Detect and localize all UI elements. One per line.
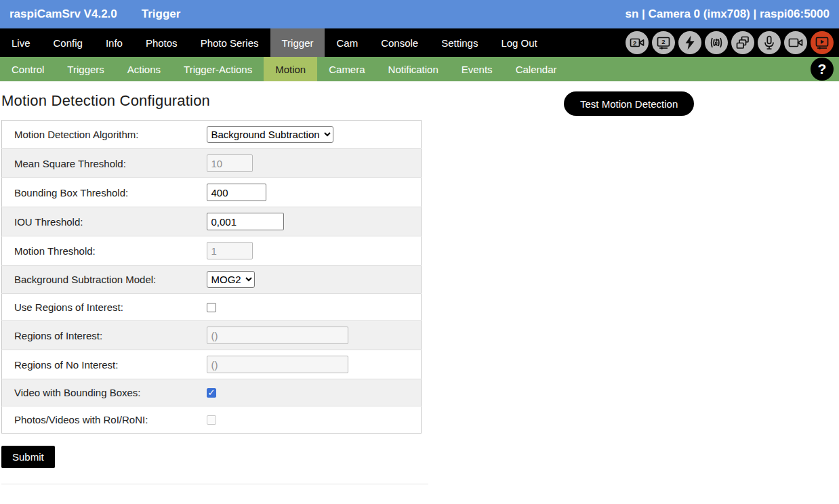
- main-nav-item-photo-series[interactable]: Photo Series: [189, 28, 270, 57]
- checkbox-video-with-bounding-boxes[interactable]: [207, 388, 216, 398]
- main-nav-item-cam[interactable]: Cam: [325, 28, 369, 57]
- form-row-motion-detection-algorithm: Motion Detection Algorithm:Background Su…: [2, 121, 422, 149]
- field-label-bounding-box-threshold: Bounding Box Threshold:: [2, 178, 207, 207]
- form-row-iou-threshold: IOU Threshold:: [2, 207, 422, 236]
- main-nav-item-settings[interactable]: Settings: [430, 28, 489, 57]
- main-nav-item-photos[interactable]: Photos: [134, 28, 189, 57]
- microphone-icon[interactable]: [758, 31, 781, 54]
- sub-nav-item-trigger-actions[interactable]: Trigger-Actions: [172, 57, 264, 81]
- sub-nav-spacer: [569, 57, 811, 81]
- video-camera-2-icon[interactable]: 2: [626, 31, 649, 54]
- test-motion-detection-button[interactable]: Test Motion Detection: [564, 91, 694, 116]
- app-header: raspiCamSrv V4.2.0 Trigger sn | Camera 0…: [0, 0, 839, 28]
- sub-nav-item-calendar[interactable]: Calendar: [504, 57, 569, 81]
- select-background-subtraction-model[interactable]: MOG2: [207, 271, 255, 288]
- sub-nav-item-camera[interactable]: Camera: [317, 57, 376, 81]
- sub-nav: ControlTriggersActionsTrigger-ActionsMot…: [0, 57, 839, 81]
- video-camera-icon[interactable]: [784, 31, 807, 54]
- field-label-motion-threshold: Motion Threshold:: [2, 236, 207, 266]
- main-nav-spacer: [549, 28, 626, 57]
- page-heading: Motion Detection Configuration: [1, 92, 839, 110]
- field-label-photosvideos-with-roironi: Photos/Videos with RoI/RoNI:: [2, 406, 207, 434]
- app-title: raspiCamSrv V4.2.0: [9, 7, 117, 21]
- field-label-mean-square-threshold: Mean Square Threshold:: [2, 149, 207, 178]
- main-nav-item-trigger[interactable]: Trigger: [270, 28, 325, 57]
- bottom-divider: [1, 484, 428, 484]
- sub-nav-item-notification[interactable]: Notification: [377, 57, 450, 81]
- lightning-bolt-icon[interactable]: [678, 31, 701, 54]
- nav-icons: 22: [626, 28, 839, 57]
- main-nav-item-info[interactable]: Info: [94, 28, 134, 57]
- svg-text:2: 2: [661, 38, 665, 45]
- sub-nav-item-events[interactable]: Events: [450, 57, 504, 81]
- form-row-regions-of-interest: Regions of Interest:: [2, 321, 422, 350]
- form-row-video-with-bounding-boxes: Video with Bounding Boxes:: [2, 379, 422, 406]
- input-iou-threshold[interactable]: [207, 213, 284, 230]
- form-row-mean-square-threshold: Mean Square Threshold:: [2, 149, 422, 178]
- field-label-regions-of-no-interest: Regions of No Interest:: [2, 350, 207, 379]
- sub-nav-items: ControlTriggersActionsTrigger-ActionsMot…: [0, 57, 569, 81]
- field-label-use-regions-of-interest: Use Regions of Interest:: [2, 294, 207, 321]
- form-row-motion-threshold: Motion Threshold:: [2, 236, 422, 266]
- motion-sensor-icon[interactable]: [705, 31, 728, 54]
- help-icon[interactable]: ?: [811, 58, 834, 81]
- main-nav-items: LiveConfigInfoPhotosPhoto SeriesTriggerC…: [0, 28, 549, 57]
- main-nav: LiveConfigInfoPhotosPhoto SeriesTriggerC…: [0, 28, 839, 57]
- content-area: Motion Detection Configuration Test Moti…: [0, 81, 839, 484]
- input-motion-threshold: [207, 242, 253, 259]
- field-label-motion-detection-algorithm: Motion Detection Algorithm:: [2, 121, 207, 149]
- display-2-icon[interactable]: 2: [652, 31, 675, 54]
- form-row-photosvideos-with-roironi: Photos/Videos with RoI/RoNI:: [2, 406, 422, 434]
- input-regions-of-interest: [207, 327, 348, 344]
- field-label-background-subtraction-model: Background Subtraction Model:: [2, 266, 207, 294]
- checkbox-use-regions-of-interest[interactable]: [207, 303, 216, 312]
- checkbox-photosvideos-with-roironi: [207, 415, 216, 425]
- input-mean-square-threshold: [207, 154, 253, 172]
- motion-config-form: Motion Detection Algorithm:Background Su…: [1, 120, 422, 434]
- sub-nav-item-actions[interactable]: Actions: [116, 57, 172, 81]
- header-page-title: Trigger: [142, 7, 181, 21]
- svg-text:2: 2: [633, 39, 636, 47]
- input-regions-of-no-interest: [207, 356, 348, 373]
- main-nav-item-log-out[interactable]: Log Out: [489, 28, 548, 57]
- video-player-icon[interactable]: [811, 31, 834, 54]
- main-nav-item-console[interactable]: Console: [369, 28, 430, 57]
- form-row-bounding-box-threshold: Bounding Box Threshold:: [2, 178, 422, 207]
- form-row-background-subtraction-model: Background Subtraction Model:MOG2: [2, 266, 422, 294]
- main-nav-item-live[interactable]: Live: [0, 28, 42, 57]
- form-row-use-regions-of-interest: Use Regions of Interest:: [2, 294, 422, 321]
- select-motion-detection-algorithm[interactable]: Background Subtraction: [207, 126, 333, 143]
- photo-stack-icon[interactable]: [731, 31, 754, 54]
- main-nav-item-config[interactable]: Config: [42, 28, 94, 57]
- sub-nav-item-motion[interactable]: Motion: [264, 57, 317, 81]
- sub-nav-item-control[interactable]: Control: [0, 57, 56, 81]
- submit-button[interactable]: Submit: [1, 446, 55, 468]
- field-label-regions-of-interest: Regions of Interest:: [2, 321, 207, 350]
- camera-status-text: sn | Camera 0 (imx708) | raspi06:5000: [625, 7, 830, 21]
- field-label-video-with-bounding-boxes: Video with Bounding Boxes:: [2, 379, 207, 406]
- sub-nav-item-triggers[interactable]: Triggers: [56, 57, 115, 81]
- form-row-regions-of-no-interest: Regions of No Interest:: [2, 350, 422, 379]
- field-label-iou-threshold: IOU Threshold:: [2, 207, 207, 236]
- input-bounding-box-threshold[interactable]: [207, 184, 266, 201]
